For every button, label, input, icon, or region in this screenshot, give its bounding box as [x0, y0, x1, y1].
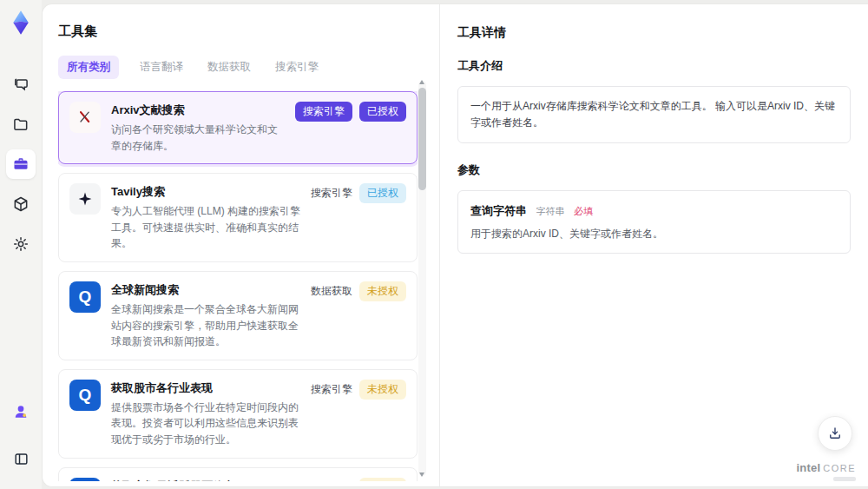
- tool-name: 获取市场最活跃股票信息: [111, 479, 300, 481]
- q-logo-icon: Q: [69, 380, 101, 411]
- category-label: 搜索引擎: [311, 380, 352, 397]
- category-label: 搜索引擎: [311, 183, 352, 201]
- sidebar-item-chat[interactable]: [6, 69, 36, 99]
- cube-icon: [12, 195, 30, 213]
- parameter-name: 查询字符串: [470, 204, 527, 217]
- tool-text: 获取股市各行业表现 提供股票市场各个行业在特定时间段内的表现。投资者可以利用这些…: [111, 380, 300, 448]
- status-badge: 未授权: [359, 478, 406, 481]
- chat-icon: [12, 76, 30, 93]
- status-badge: 未授权: [359, 281, 406, 301]
- tool-name: 获取股市各行业表现: [111, 380, 300, 396]
- tool-badges: 搜索引擎 未授权: [311, 380, 406, 448]
- user-avatar-icon: [12, 403, 30, 420]
- folder-icon: [12, 116, 30, 133]
- app-window: 工具集 所有类别 语言翻译 数据获取 搜索引擎 A: [0, 0, 868, 489]
- tab-data-fetch[interactable]: 数据获取: [204, 56, 254, 79]
- tool-description: 全球新闻搜索是一个聚合全球各大新闻网站内容的搜索引擎，帮助用户快速获取全球最新资…: [111, 301, 300, 350]
- tab-language-translation[interactable]: 语言翻译: [136, 56, 187, 79]
- download-button[interactable]: [818, 416, 852, 451]
- status-badge: 已授权: [359, 183, 406, 203]
- intel-logo-bar: [833, 477, 856, 481]
- briefcase-icon: [12, 155, 30, 173]
- collapse-panel-icon: [13, 451, 30, 467]
- tool-card-global-news-search[interactable]: Q 全球新闻搜索 全球新闻搜索是一个聚合全球各大新闻网站内容的搜索引擎，帮助用户…: [58, 271, 418, 360]
- tool-text: Tavily搜索 专为人工智能代理 (LLM) 构建的搜索引擎工具。可快速提供实…: [111, 183, 300, 252]
- category-label: 数据获取: [311, 281, 352, 299]
- tool-text: 全球新闻搜索 全球新闻搜索是一个聚合全球各大新闻网站内容的搜索引擎，帮助用户快速…: [111, 281, 300, 350]
- category-label: 搜索引擎: [311, 478, 352, 481]
- status-badge: 已授权: [359, 102, 406, 122]
- params-heading: 参数: [457, 162, 851, 178]
- tab-search-engine[interactable]: 搜索引擎: [272, 56, 322, 79]
- tavily-star-icon: [69, 183, 101, 215]
- parameter-description: 用于搜索的Arxiv ID、关键字或作者姓名。: [470, 227, 838, 241]
- tool-text: 获取市场最活跃股票信息 提供当天交易量最高的股票列表。投资者可以利用这些信息来识…: [111, 478, 300, 481]
- parameter-header: 查询字符串 字符串 必填: [470, 202, 838, 219]
- tool-list-scrollbar[interactable]: [418, 81, 426, 476]
- gem-logo-icon: [8, 10, 34, 36]
- gear-icon: [12, 235, 30, 253]
- q-logo-icon: Q: [69, 478, 101, 481]
- tool-list-pane: 工具集 所有类别 语言翻译 数据获取 搜索引擎 A: [43, 4, 439, 486]
- collapse-sidebar-button[interactable]: [6, 444, 36, 473]
- tool-description: 提供股票市场各个行业在特定时间段内的表现。投资者可以利用这些信息来识别表现优于或…: [111, 400, 300, 448]
- tool-name: 全球新闻搜索: [111, 282, 300, 298]
- tab-all-categories[interactable]: 所有类别: [58, 56, 119, 79]
- tool-list: Arxiv文献搜索 访问各个研究领域大量科学论文和文章的存储库。 搜索引擎 已授…: [58, 91, 418, 481]
- tool-name: Arxiv文献搜索: [111, 102, 285, 118]
- download-icon: [827, 426, 843, 441]
- parameter-type: 字符串: [536, 206, 564, 216]
- sidebar-item-files[interactable]: [6, 109, 36, 139]
- main-content: 工具集 所有类别 语言翻译 数据获取 搜索引擎 A: [42, 3, 868, 487]
- app-logo gem-logo-icon[interactable]: [5, 7, 36, 38]
- required-badge: 必填: [574, 206, 593, 216]
- tool-badges: 数据获取 未授权: [311, 281, 406, 350]
- intel-brand-text: intel: [796, 461, 820, 474]
- arxiv-icon: [69, 102, 101, 133]
- tool-text: Arxiv文献搜索 访问各个研究领域大量科学论文和文章的存储库。: [111, 102, 285, 154]
- parameter-card: 查询字符串 字符串 必填 用于搜索的Arxiv ID、关键字或作者姓名。: [457, 190, 851, 254]
- tool-intro-box: 一个用于从Arxiv存储库搜索科学论文和文章的工具。 输入可以是Arxiv ID…: [457, 86, 851, 143]
- status-badge: 未授权: [359, 380, 406, 400]
- tool-description: 访问各个研究领域大量科学论文和文章的存储库。: [111, 122, 285, 154]
- scroll-up-arrow-icon[interactable]: [419, 80, 424, 84]
- category-tabs: 所有类别 语言翻译 数据获取 搜索引擎: [58, 56, 439, 79]
- core-brand-text: CORE: [823, 463, 856, 473]
- tool-card-sector-performance[interactable]: Q 获取股市各行业表现 提供股票市场各个行业在特定时间段内的表现。投资者可以利用…: [58, 369, 418, 459]
- category-badge: 搜索引擎: [295, 102, 352, 122]
- tool-card-tavily-search[interactable]: Tavily搜索 专为人工智能代理 (LLM) 构建的搜索引擎工具。可快速提供实…: [58, 173, 418, 262]
- sidebar-item-models[interactable]: [6, 189, 36, 219]
- tool-card-arxiv-search[interactable]: Arxiv文献搜索 访问各个研究领域大量科学论文和文章的存储库。 搜索引擎 已授…: [58, 91, 418, 164]
- tool-name: Tavily搜索: [111, 184, 300, 200]
- scroll-down-arrow-icon[interactable]: [419, 472, 424, 477]
- tool-card-most-active-stocks[interactable]: Q 获取市场最活跃股票信息 提供当天交易量最高的股票列表。投资者可以利用这些信息…: [58, 467, 418, 481]
- intel-core-logo: intelCORE: [796, 460, 856, 481]
- tool-badges: 搜索引擎 已授权: [295, 102, 406, 154]
- scrollbar-thumb[interactable]: [418, 88, 426, 190]
- sidebar-item-settings[interactable]: [6, 229, 36, 259]
- sidebar-item-tools[interactable]: [6, 149, 36, 179]
- page-title: 工具集: [58, 23, 439, 40]
- user-avatar[interactable]: [6, 397, 36, 426]
- tool-badges: 搜索引擎 未授权: [311, 478, 406, 481]
- q-logo-icon: Q: [69, 281, 101, 313]
- intro-heading: 工具介绍: [457, 58, 851, 74]
- tool-intro-text: 一个用于从Arxiv存储库搜索科学论文和文章的工具。 输入可以是Arxiv ID…: [470, 100, 835, 129]
- tool-details-panel: 工具详情 工具介绍 一个用于从Arxiv存储库搜索科学论文和文章的工具。 输入可…: [439, 4, 868, 486]
- sidebar: [0, 0, 42, 489]
- tool-description: 专为人工智能代理 (LLM) 构建的搜索引擎工具。可快速提供实时、准确和真实的结…: [111, 203, 300, 252]
- details-title: 工具详情: [457, 25, 851, 41]
- tool-badges: 搜索引擎 已授权: [311, 183, 406, 252]
